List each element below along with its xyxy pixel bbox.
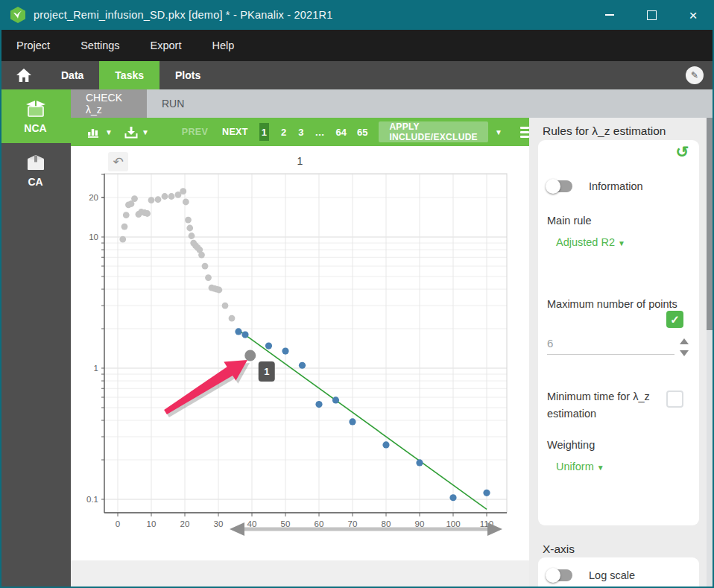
export-plot-button[interactable]: ▼: [124, 126, 149, 139]
svg-text:80: 80: [382, 519, 391, 528]
svg-text:20: 20: [180, 519, 190, 528]
panel-title: Rules for λ_z estimation: [543, 124, 666, 138]
lambda-z-fit-line: [238, 330, 487, 509]
weighting-dropdown[interactable]: Uniform▼: [556, 461, 604, 472]
svg-text:0: 0: [116, 519, 120, 528]
page-number[interactable]: 65: [357, 127, 367, 138]
menu-export[interactable]: Export: [151, 39, 182, 51]
next-page-button[interactable]: NEXT: [222, 127, 248, 137]
menu-bar-line: [520, 136, 529, 138]
log-scale-label: Log scale: [589, 569, 635, 581]
svg-text:30: 30: [214, 519, 224, 528]
page-number[interactable]: 2: [281, 127, 286, 138]
apply-options-dropdown[interactable]: ▼: [495, 128, 502, 136]
svg-text:90: 90: [415, 519, 425, 528]
reset-settings-icon[interactable]: ↺: [675, 143, 689, 161]
spinner-down-icon[interactable]: [680, 350, 689, 356]
concentration-time-plot: 201010.101020304050607080901001101: [71, 146, 529, 560]
app-window: project_Remi_infusion_SD.pkx [demo] * - …: [0, 0, 714, 588]
menu-help[interactable]: Help: [212, 39, 234, 51]
excluded-points[interactable]: [119, 188, 235, 321]
grid-lines: [104, 174, 507, 513]
prev-page-button[interactable]: PREV: [182, 127, 208, 137]
lambda-z-settings-panel: Rules for λ_z estimation ↺ Information M…: [529, 118, 714, 588]
axes: 201010.10102030405060708090100110: [86, 174, 507, 528]
home-button[interactable]: [14, 66, 34, 85]
included-points[interactable]: [235, 328, 490, 501]
subject-id-title: 1: [71, 155, 529, 167]
svg-text:70: 70: [348, 519, 358, 528]
open-box-icon: [25, 99, 47, 118]
sidebar-item-ca[interactable]: CA: [0, 143, 71, 197]
scrollbar-thumb[interactable]: [707, 118, 713, 330]
chevron-down-icon: ▼: [105, 128, 113, 136]
svg-text:60: 60: [315, 519, 324, 528]
max-points-checkbox[interactable]: ✓: [666, 311, 683, 328]
chevron-down-icon: ▼: [142, 128, 149, 136]
title-bar: project_Remi_infusion_SD.pkx [demo] * - …: [0, 0, 714, 30]
svg-text:1: 1: [94, 364, 98, 373]
svg-text:10: 10: [147, 519, 157, 528]
nca-subtab-bar: CHECK λ_z RUN: [71, 89, 714, 118]
menu-settings[interactable]: Settings: [80, 39, 119, 51]
feedback-icon[interactable]: ✎: [686, 66, 704, 84]
app-logo-icon: [9, 6, 27, 24]
download-icon: [124, 126, 138, 139]
closed-box-icon: [25, 153, 46, 172]
toggle-knob: [546, 568, 560, 583]
svg-text:10: 10: [89, 233, 98, 241]
page-number[interactable]: 64: [335, 127, 346, 138]
sidebar-item-nca[interactable]: NCA: [0, 89, 71, 143]
chevron-down-icon: ▼: [618, 239, 625, 247]
subtab-run[interactable]: RUN: [147, 89, 199, 118]
svg-text:0.1: 0.1: [86, 495, 98, 504]
weighting-label: Weighting: [547, 439, 595, 451]
svg-text:20: 20: [89, 193, 98, 202]
main-rule-dropdown[interactable]: Adjusted R2▼: [556, 236, 625, 248]
chart-type-button[interactable]: ▼: [87, 126, 113, 138]
rules-card: ↺ Information Main rule Adjusted R2▼ Max…: [538, 140, 699, 525]
page-number-active[interactable]: 1: [259, 123, 269, 141]
tab-tasks[interactable]: Tasks: [99, 61, 159, 89]
minimize-button[interactable]: [589, 0, 631, 30]
check-lambda-z-plot-panel: ↶ 1 201010.101020304050607080901001101: [71, 146, 529, 560]
close-button[interactable]: ×: [672, 0, 714, 30]
svg-text:40: 40: [247, 519, 257, 528]
task-sidebar: NCA CA: [0, 89, 71, 588]
svg-text:50: 50: [281, 519, 291, 528]
menu-bar-line: [520, 127, 529, 129]
apply-include-exclude-button[interactable]: APPLY INCLUDE/EXCLUDE: [379, 121, 488, 142]
page-number[interactable]: 3: [298, 127, 303, 138]
min-time-checkbox[interactable]: [666, 391, 683, 408]
toggle-knob: [546, 179, 560, 194]
max-points-label: Maximum number of points: [547, 298, 677, 310]
tab-plots[interactable]: Plots: [159, 61, 216, 89]
menu-bar-line: [520, 131, 529, 133]
information-label: Information: [589, 180, 643, 192]
minimize-icon: [605, 14, 614, 16]
svg-text:100: 100: [446, 519, 460, 528]
tab-data[interactable]: Data: [45, 61, 99, 89]
log-scale-toggle[interactable]: [547, 569, 572, 581]
x-range-slider[interactable]: [230, 522, 502, 536]
close-icon: ×: [689, 8, 697, 22]
spinner-up-icon[interactable]: [680, 338, 689, 344]
subtab-check-lambda-z[interactable]: CHECK λ_z: [71, 89, 147, 118]
highlighted-point[interactable]: [244, 350, 256, 361]
point-tooltip: 1: [259, 361, 275, 382]
plot-menu-button[interactable]: [520, 127, 529, 138]
page-ellipsis: …: [315, 127, 324, 138]
sidebar-item-label: NCA: [24, 122, 46, 134]
home-icon: [16, 68, 32, 83]
sidebar-item-label: CA: [28, 176, 42, 188]
chevron-down-icon: ▼: [597, 464, 604, 472]
menu-bar: Project Settings Export Help: [0, 30, 714, 61]
panel-background: [71, 560, 529, 588]
window-controls: ×: [589, 0, 714, 30]
maximize-button[interactable]: [631, 0, 672, 30]
bar-chart-icon: [87, 126, 101, 138]
min-time-label: Minimum time for λ_z estimation: [547, 388, 666, 423]
information-toggle[interactable]: [547, 180, 572, 192]
menu-project[interactable]: Project: [16, 39, 50, 51]
max-points-input[interactable]: 6: [547, 332, 674, 355]
